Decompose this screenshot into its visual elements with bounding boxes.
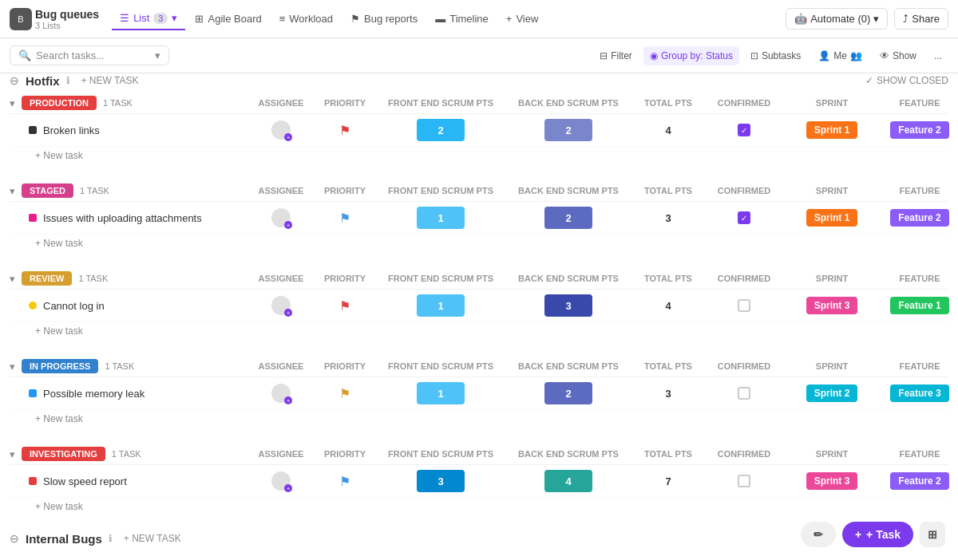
feature-badge[interactable]: Feature 2 — [890, 472, 948, 490]
add-task-fab-button[interactable]: + + Task — [842, 522, 913, 547]
front-pts-cell: 3 — [377, 470, 505, 492]
total-pts: 3 — [632, 388, 704, 400]
task-name[interactable]: Broken links — [10, 124, 249, 136]
avatar[interactable]: + — [271, 208, 291, 227]
tab-agile-board[interactable]: ⊞ Agile Board — [187, 8, 269, 30]
confirmed-checkbox[interactable] — [738, 387, 750, 400]
front-pts-box[interactable]: 2 — [417, 119, 465, 141]
confirmed-cell — [704, 475, 784, 487]
me-icon: 👤 — [818, 50, 830, 61]
search-icon: 🔍 — [18, 49, 31, 61]
add-assignee-icon[interactable]: + — [284, 484, 292, 492]
automate-button[interactable]: 🤖 Automate (0) ▾ — [786, 8, 888, 30]
sprint-badge[interactable]: Sprint 3 — [806, 472, 858, 490]
tab-workload[interactable]: ≡ Workload — [271, 8, 341, 30]
edit-fab-button[interactable]: ✏ — [801, 522, 836, 547]
subtasks-button[interactable]: ⊡ Subtasks — [744, 46, 807, 65]
plus-icon: + — [506, 13, 513, 25]
front-pts-box[interactable]: 3 — [417, 470, 465, 492]
front-pts-cell: 1 — [377, 207, 505, 229]
total-pts: 4 — [632, 300, 704, 312]
total-pts: 7 — [632, 475, 704, 487]
production-toggle[interactable]: ▾ — [10, 97, 15, 109]
back-pts-cell: 3 — [505, 294, 632, 317]
avatar[interactable]: + — [271, 296, 291, 315]
new-task-row[interactable]: + New task — [10, 410, 948, 428]
confirmed-checkbox[interactable]: ✓ — [738, 211, 750, 224]
tab-list[interactable]: ☰ List 3 ▾ — [112, 7, 185, 30]
confirmed-checkbox[interactable] — [738, 475, 750, 487]
filter-button[interactable]: ⊟ Filter — [593, 46, 639, 65]
sprint-badge[interactable]: Sprint 3 — [806, 297, 858, 314]
front-pts-box[interactable]: 1 — [417, 207, 465, 229]
internal-bugs-toggle[interactable]: ⊖ — [10, 532, 19, 545]
task-name[interactable]: Possible memory leak — [10, 388, 249, 400]
more-button[interactable]: ... — [928, 46, 948, 65]
confirmed-checkbox[interactable]: ✓ — [738, 124, 750, 136]
edit-icon: ✏ — [814, 528, 823, 541]
group-by-button[interactable]: ◉ Group by: Status — [643, 46, 739, 65]
staged-toggle[interactable]: ▾ — [10, 185, 15, 197]
review-toggle[interactable]: ▾ — [10, 273, 15, 285]
in-progress-label: ▾ IN PROGRESS 1 TASK — [10, 359, 249, 373]
bug-icon: ⚑ — [350, 13, 360, 25]
table-row: Slow speed report + ⚑ 3 4 7 Sprint 3 — [10, 465, 948, 498]
new-task-row[interactable]: + New task — [10, 322, 948, 340]
in-progress-task-count: 1 TASK — [105, 361, 134, 371]
internal-bugs-new-task-button[interactable]: + NEW TASK — [119, 531, 186, 546]
confirmed-cell — [704, 299, 784, 312]
back-pts-box[interactable]: 3 — [544, 294, 592, 317]
feature-badge[interactable]: Feature 2 — [890, 121, 948, 139]
new-task-row[interactable]: + New task — [10, 498, 948, 515]
investigating-badge: INVESTIGATING — [22, 447, 105, 461]
back-pts-box[interactable]: 2 — [544, 382, 592, 404]
add-assignee-icon[interactable]: + — [284, 221, 292, 229]
front-pts-box[interactable]: 1 — [417, 382, 465, 404]
col-back-pts: BACK END SCRUM PTS — [505, 98, 632, 108]
hotfix-new-task-button[interactable]: + NEW TASK — [77, 73, 144, 88]
in-progress-toggle[interactable]: ▾ — [10, 361, 15, 373]
back-pts-box[interactable]: 2 — [544, 207, 592, 229]
new-task-row[interactable]: + New task — [10, 147, 948, 164]
sprint-badge[interactable]: Sprint 1 — [806, 209, 858, 227]
production-label: ▾ PRODUCTION 1 TASK — [10, 96, 249, 110]
task-name[interactable]: Issues with uploading attachments — [10, 212, 249, 224]
add-assignee-icon[interactable]: + — [284, 396, 292, 404]
nav-title-group: Bug queues 3 Lists — [35, 8, 99, 30]
add-assignee-icon[interactable]: + — [284, 309, 292, 317]
app-icon: B — [10, 8, 32, 30]
review-task-count: 1 TASK — [78, 274, 108, 283]
avatar[interactable]: + — [271, 384, 291, 403]
share-button[interactable]: ⤴ Share — [894, 8, 948, 30]
review-label: ▾ REVIEW 1 TASK — [10, 271, 249, 286]
grid-fab-button[interactable]: ⊞ — [920, 522, 945, 547]
me-button[interactable]: 👤 Me 👥 — [812, 46, 869, 65]
avatar[interactable]: + — [271, 120, 291, 140]
tab-view[interactable]: + View — [498, 8, 547, 30]
feature-badge[interactable]: Feature 1 — [890, 297, 948, 314]
assignee-cell: + — [249, 471, 313, 491]
investigating-toggle[interactable]: ▾ — [10, 448, 15, 460]
add-assignee-icon[interactable]: + — [284, 133, 292, 141]
tab-timeline[interactable]: ▬ Timeline — [427, 8, 497, 30]
confirmed-checkbox[interactable] — [738, 299, 750, 312]
task-name[interactable]: Cannot log in — [10, 300, 249, 312]
new-task-row[interactable]: + New task — [10, 235, 948, 252]
col-assignee: ASSIGNEE — [249, 98, 313, 108]
task-dot — [29, 302, 37, 310]
feature-badge[interactable]: Feature 3 — [890, 385, 948, 402]
tab-bug-reports[interactable]: ⚑ Bug reports — [342, 8, 426, 30]
hotfix-toggle[interactable]: ⊖ — [10, 74, 19, 87]
back-pts-box[interactable]: 4 — [544, 470, 592, 492]
sprint-badge[interactable]: Sprint 1 — [806, 121, 858, 139]
feature-badge[interactable]: Feature 2 — [890, 209, 948, 227]
sprint-badge[interactable]: Sprint 2 — [806, 385, 858, 402]
task-name[interactable]: Slow speed report — [10, 475, 249, 487]
plus-icon: + — [855, 528, 861, 541]
search-box[interactable]: 🔍 Search tasks... ▾ — [10, 45, 169, 65]
back-pts-box[interactable]: 2 — [544, 119, 592, 141]
show-button[interactable]: 👁 Show — [873, 46, 923, 65]
avatar[interactable]: + — [271, 471, 291, 491]
show-closed-button[interactable]: ✓ SHOW CLOSED — [865, 75, 948, 86]
front-pts-box[interactable]: 1 — [417, 294, 465, 317]
